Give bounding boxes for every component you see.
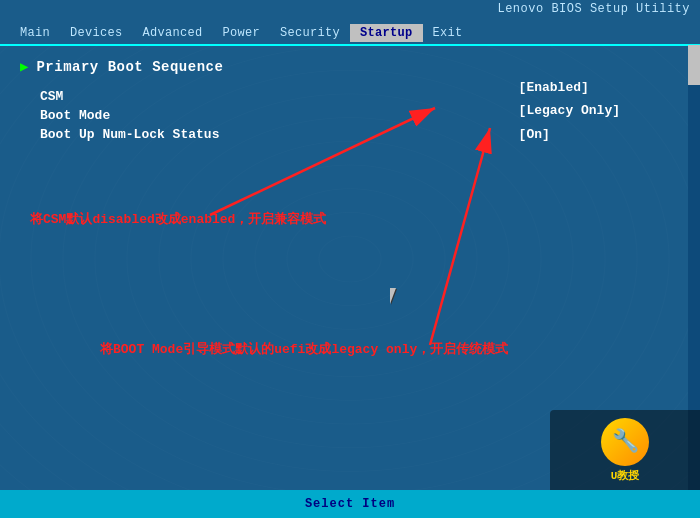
menu-item-startup[interactable]: Startup <box>350 24 423 42</box>
watermark-content: 🔧 U教授 <box>601 418 649 483</box>
bios-screen: Lenovo BIOS Setup Utility Main Devices A… <box>0 0 700 518</box>
setting-name-csm: CSM <box>40 89 320 104</box>
svg-line-3 <box>430 128 490 345</box>
values-column: [Enabled] [Legacy Only] [On] <box>519 76 620 146</box>
menu-items: Main Devices Advanced Power Security Sta… <box>10 24 473 42</box>
value-boot-mode: [Legacy Only] <box>519 99 620 122</box>
menu-item-advanced[interactable]: Advanced <box>133 24 213 42</box>
annotation-text-boot: 将BOOT Mode引导模式默认的uefi改成legacy only，开启传统模… <box>100 340 508 358</box>
value-csm: [Enabled] <box>519 76 620 99</box>
watermark: 🔧 U教授 <box>550 410 700 490</box>
watermark-label: U教授 <box>601 468 649 483</box>
section-title: Primary Boot Sequence <box>36 59 223 75</box>
menu-bar: Main Devices Advanced Power Security Sta… <box>0 18 700 44</box>
setting-name-numlock: Boot Up Num-Lock Status <box>40 127 320 142</box>
bios-title-row: Lenovo BIOS Setup Utility <box>0 0 700 18</box>
setting-name-boot-mode: Boot Mode <box>40 108 320 123</box>
menu-item-main[interactable]: Main <box>10 24 60 42</box>
menu-item-security[interactable]: Security <box>270 24 350 42</box>
bottom-bar: Select Item <box>0 490 700 518</box>
watermark-logo-icon: 🔧 <box>601 418 649 466</box>
annotation-text-csm: 将CSM默认disabled改成enabled，开启兼容模式 <box>30 210 326 228</box>
scrollbar-thumb[interactable] <box>688 45 700 85</box>
value-numlock: [On] <box>519 123 620 146</box>
section-arrow-icon: ▶ <box>20 58 28 75</box>
menu-item-power[interactable]: Power <box>213 24 271 42</box>
mouse-cursor <box>390 288 404 308</box>
section-header: ▶ Primary Boot Sequence <box>20 58 680 75</box>
menu-separator <box>0 44 700 46</box>
bottom-bar-text: Select Item <box>305 497 395 511</box>
menu-item-devices[interactable]: Devices <box>60 24 133 42</box>
menu-item-exit[interactable]: Exit <box>423 24 473 42</box>
bios-title: Lenovo BIOS Setup Utility <box>497 2 690 16</box>
